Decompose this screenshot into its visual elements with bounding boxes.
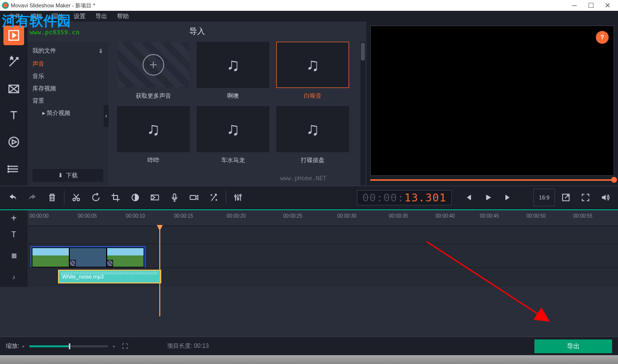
fullscreen-button[interactable] [577, 189, 594, 206]
crop-button[interactable] [107, 189, 124, 206]
transition-2[interactable] [107, 260, 113, 267]
detach-button[interactable] [557, 189, 575, 206]
next-button[interactable] [499, 189, 517, 206]
tool-titles[interactable] [3, 106, 24, 125]
tool-transitions[interactable] [3, 79, 24, 99]
menu-file[interactable]: 文件 [4, 12, 26, 21]
tool-filters[interactable] [3, 52, 24, 72]
video-track-icon: ▦ [11, 252, 17, 259]
sound-grid: + 获取更多声音 ♫ 啊噢 ♫ 白噪音 ♫ 哔哔 [108, 42, 360, 186]
card-white-noise[interactable]: ♫ 白噪音 [276, 42, 349, 100]
maximize-button[interactable]: ☐ [583, 0, 599, 11]
play-button[interactable] [479, 189, 497, 206]
seek-handle[interactable] [611, 177, 617, 183]
clip-2[interactable] [69, 248, 107, 267]
tree-music[interactable]: 音乐 [32, 70, 103, 83]
tool-stickers[interactable] [3, 132, 24, 152]
delete-button[interactable] [43, 189, 61, 206]
tree-myfiles[interactable]: 我的文件 [32, 45, 56, 57]
video-track-body[interactable] [28, 244, 618, 267]
svg-point-20 [239, 195, 241, 196]
svg-rect-15 [190, 196, 196, 199]
card-scratch[interactable]: ♫ 打碟搓盘 [276, 106, 349, 165]
color-button[interactable] [126, 189, 144, 206]
card-get-more[interactable]: + 获取更多声音 [117, 42, 190, 100]
cut-button[interactable] [67, 189, 85, 206]
zoom-slider[interactable] [29, 345, 108, 347]
preview-panel: ? [366, 22, 618, 186]
menu-settings[interactable]: 设置 [69, 12, 90, 21]
camera-button[interactable] [185, 189, 203, 206]
footer: 缩放: ▫ ▫ ⛶ 项目长度: 00:13 导出 [0, 336, 618, 355]
audio-track-body[interactable]: White_noise.mp3 [28, 267, 618, 287]
svg-rect-14 [174, 194, 176, 198]
tree-sounds[interactable]: 声音 [32, 58, 103, 70]
svg-point-7 [8, 166, 9, 167]
text-track: T [0, 226, 618, 244]
svg-point-19 [237, 198, 238, 199]
project-length: 项目长度: 00:13 [167, 342, 209, 350]
video-clips[interactable] [30, 246, 146, 269]
wizard-button[interactable] [205, 189, 223, 206]
prev-button[interactable] [460, 189, 477, 206]
transition-1[interactable] [69, 260, 76, 267]
tree-introvideo[interactable]: ▸ 简介视频 [32, 107, 103, 119]
menu-export[interactable]: 导出 [90, 12, 112, 21]
text-track-icon: T [11, 230, 16, 239]
tool-more[interactable] [3, 159, 24, 179]
window-title: Movavi Slideshow Maker - 新项目 * [11, 2, 95, 9]
menu-playback[interactable]: 回放 [47, 12, 69, 21]
text-track-body[interactable] [28, 226, 618, 244]
export-button[interactable]: 导出 [534, 339, 612, 353]
menu-edit[interactable]: 编辑 [26, 12, 47, 21]
import-panel: 导入 我的文件 ⇓ 声音 音乐 库存视频 背景 ▸ 简介视频 ⬇下载 ‹ + [28, 22, 366, 186]
clip-3[interactable] [107, 248, 144, 267]
tool-import[interactable] [3, 26, 24, 45]
download-button[interactable]: ⬇下载 [32, 169, 103, 182]
scroll-thumb[interactable] [361, 43, 365, 60]
music-note-icon: ♫ [227, 55, 240, 75]
bottom-strip [0, 355, 618, 364]
myfiles-download-icon[interactable]: ⇓ [98, 48, 103, 55]
undo-button[interactable] [4, 189, 22, 206]
svg-point-18 [235, 196, 236, 197]
volume-button[interactable] [596, 189, 614, 206]
clip-1[interactable] [32, 248, 69, 267]
ruler[interactable]: 00:00:00 00:00:05 00:00:10 00:00:15 00:0… [28, 210, 618, 226]
aspect-button[interactable]: 16:9 [533, 189, 555, 206]
close-button[interactable]: ✕ [599, 0, 616, 11]
timecode: 00:00:13.301 [357, 190, 452, 205]
card-beep[interactable]: ♫ 哔哔 [117, 106, 190, 165]
tree-background[interactable]: 背景 [32, 95, 103, 107]
svg-point-8 [8, 168, 9, 169]
preview-video[interactable]: ? [370, 26, 614, 176]
svg-point-17 [216, 199, 217, 200]
tree-stockvideo[interactable]: 库存视频 [32, 83, 103, 95]
collapse-handle[interactable]: ‹ [104, 105, 109, 127]
fit-icon[interactable]: ⛶ [122, 343, 128, 350]
card-aoo[interactable]: ♫ 啊噢 [197, 42, 269, 100]
add-track-button[interactable]: + [0, 210, 28, 226]
download-icon: ⬇ [58, 172, 63, 179]
redo-button[interactable] [24, 189, 41, 206]
music-note-icon: ♫ [306, 55, 320, 75]
mic-button[interactable] [166, 189, 183, 206]
minimize-button[interactable]: ─ [566, 0, 583, 11]
menu-help[interactable]: 帮助 [112, 12, 134, 21]
transition-button[interactable] [146, 189, 164, 206]
audio-clip[interactable]: White_noise.mp3 [58, 270, 161, 283]
scrollbar[interactable] [360, 42, 365, 186]
zoom-handle[interactable] [69, 343, 70, 349]
zoom-in-icon[interactable]: ▫ [113, 343, 115, 350]
rotate-button[interactable] [87, 189, 105, 206]
audio-track-icon: ♪ [12, 274, 15, 280]
menubar: 文件 编辑 回放 设置 导出 帮助 [0, 11, 618, 22]
titlebar: Movavi Slideshow Maker - 新项目 * ─ ☐ ✕ [0, 0, 618, 11]
side-tools [0, 22, 28, 186]
preview-seek[interactable] [370, 178, 614, 182]
card-traffic[interactable]: ♫ 车水马龙 [197, 106, 269, 165]
toolbar: 00:00:13.301 16:9 [0, 186, 618, 209]
help-button[interactable]: ? [596, 31, 609, 44]
zoom-out-icon[interactable]: ▫ [22, 343, 24, 350]
equalizer-button[interactable] [229, 189, 247, 206]
